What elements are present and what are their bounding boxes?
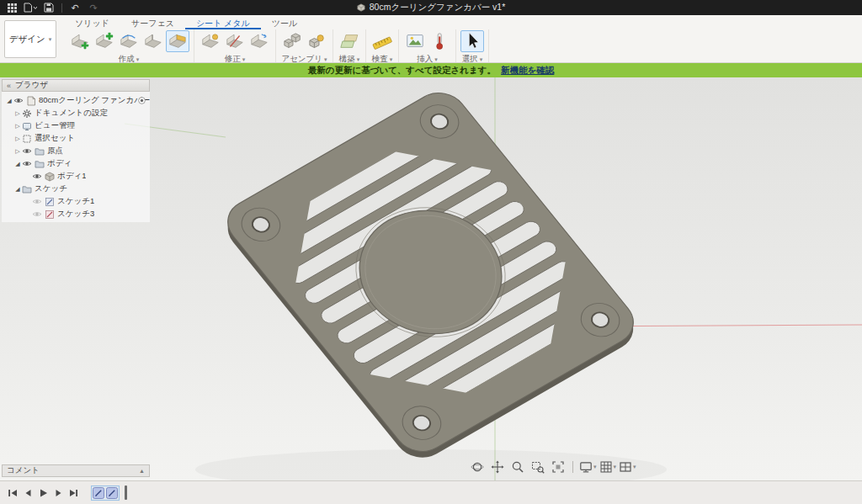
chevron-collapsed-icon[interactable]: ▷ <box>13 123 22 130</box>
tree-item-selection-sets[interactable]: ▷ 選択セット <box>2 132 150 145</box>
construction-plane-icon[interactable] <box>338 30 361 52</box>
tree-item-origin[interactable]: ▷ 原点 <box>2 145 150 157</box>
workspace-selector[interactable]: デザイン▾ <box>4 20 56 58</box>
select-dropdown[interactable]: 選択▾ <box>462 54 483 65</box>
viewport[interactable]: « ブラウザ ◢ 80cmクーリング ファンカバー v1 ▷ ドキュメントの設定… <box>0 77 862 480</box>
zoom-window-icon[interactable] <box>529 459 546 475</box>
toolbar-group-assembly: アセンブリ▾ <box>276 29 333 62</box>
titlebar: ↶ ↷ 80cmクーリングファンカバー v1* <box>0 0 862 15</box>
activate-radio-icon[interactable] <box>137 96 146 105</box>
display-settings-icon[interactable]: ▾ <box>579 460 597 474</box>
tab-surface[interactable]: サーフェス <box>120 15 185 29</box>
visibility-eye-icon[interactable] <box>22 160 32 167</box>
chevron-collapsed-icon[interactable]: ▷ <box>13 148 22 155</box>
tree-item-body1[interactable]: ボディ1 <box>2 170 150 183</box>
insert-dropdown[interactable]: 挿入▾ <box>417 54 438 65</box>
chevron-expanded-icon[interactable]: ◢ <box>5 98 13 104</box>
flange-add-icon[interactable] <box>93 30 116 52</box>
inspect-dropdown[interactable]: 検査▾ <box>372 54 393 65</box>
tree-item-view-management[interactable]: ▷ ビュー管理 <box>2 119 150 132</box>
tab-sheet-metal[interactable]: シート メタル <box>185 15 261 29</box>
flange-icon[interactable] <box>68 30 92 52</box>
titlebar-separator <box>61 3 62 13</box>
tree-item-bodies[interactable]: ◢ ボディ <box>2 157 150 170</box>
zoom-icon[interactable] <box>508 459 526 475</box>
comments-bar[interactable]: コメント ▲ <box>2 464 150 477</box>
insert-canvas-icon[interactable] <box>403 30 427 52</box>
collapse-browser-icon[interactable]: « <box>7 82 11 90</box>
joint-icon[interactable] <box>305 30 328 52</box>
folder-icon <box>35 159 45 169</box>
construct-dropdown[interactable]: 構築▾ <box>339 54 360 65</box>
undo-icon[interactable]: ↶ <box>67 1 83 14</box>
insert-decal-icon[interactable] <box>428 30 451 52</box>
chevron-down-icon: ▾ <box>633 464 636 470</box>
step-forward-icon[interactable] <box>51 485 65 500</box>
timeline-features <box>91 485 120 501</box>
modify-dropdown[interactable]: 修正▾ <box>225 54 246 65</box>
fit-view-icon[interactable] <box>549 459 567 475</box>
chevron-expanded-icon[interactable]: ◢ <box>13 186 22 193</box>
chevron-down-icon: ▾ <box>434 56 438 63</box>
model-cube-icon <box>357 3 365 12</box>
play-icon[interactable] <box>35 485 50 500</box>
grid-settings-icon[interactable]: ▾ <box>599 460 617 474</box>
rip-icon[interactable] <box>223 30 247 52</box>
visibility-eye-icon[interactable] <box>32 198 42 205</box>
chevron-collapsed-icon[interactable]: ▷ <box>13 110 22 117</box>
tree-item-sketch3[interactable]: スケッチ3 <box>2 208 150 220</box>
gear-icon <box>22 109 32 119</box>
whats-new-link[interactable]: 新機能を確認 <box>501 65 554 77</box>
sketch-icon <box>45 197 55 207</box>
visibility-eye-icon[interactable] <box>32 172 42 180</box>
named-views-icon <box>22 121 32 131</box>
sketch-feature-icon[interactable] <box>106 487 118 499</box>
viewports-icon[interactable]: ▾ <box>619 460 636 474</box>
navbar-separator <box>572 461 573 473</box>
file-menu-icon[interactable] <box>22 1 39 14</box>
chevron-down-icon: ▾ <box>593 464 597 470</box>
go-to-end-icon[interactable] <box>66 485 80 500</box>
chevron-expanded-icon[interactable]: ◢ <box>13 161 22 167</box>
tree-item-sketches[interactable]: ◢ スケッチ <box>2 183 150 195</box>
fold-icon[interactable] <box>141 30 165 52</box>
save-icon[interactable] <box>40 1 57 14</box>
tree-item-sketch1[interactable]: スケッチ1 <box>2 195 150 208</box>
new-component-icon[interactable] <box>280 30 304 52</box>
go-to-start-icon[interactable] <box>5 485 19 500</box>
create-dropdown[interactable]: 作成▾ <box>119 54 140 65</box>
tab-tools[interactable]: ツール <box>261 15 308 29</box>
measure-ruler-icon[interactable] <box>370 30 394 52</box>
convert-to-sheet-metal-icon[interactable] <box>166 30 189 52</box>
bend-icon[interactable] <box>117 30 141 52</box>
chevron-down-icon: ▾ <box>49 36 52 43</box>
fan-cover-model[interactable] <box>214 84 647 466</box>
visibility-eye-icon[interactable] <box>13 97 24 104</box>
visibility-eye-icon[interactable] <box>22 147 32 155</box>
expand-comments-icon[interactable]: ▲ <box>139 468 145 474</box>
tree-item-root[interactable]: ◢ 80cmクーリング ファンカバー v1 <box>2 94 150 107</box>
chevron-down-icon: ▾ <box>357 56 360 63</box>
tree-item-document-settings[interactable]: ▷ ドキュメントの設定 <box>2 107 150 119</box>
chevron-down-icon: ▾ <box>614 464 617 470</box>
toolbar-group-create: 作成▾ <box>64 29 194 62</box>
select-cursor-icon[interactable] <box>460 30 484 52</box>
selection-set-icon <box>22 134 32 144</box>
toolbar-icons: 作成▾ 修正▾ アセンブリ▾ 構築▾ <box>64 29 489 62</box>
chevron-collapsed-icon[interactable]: ▷ <box>13 135 22 142</box>
chevron-down-icon: ▾ <box>390 56 393 63</box>
tab-solid[interactable]: ソリッド <box>64 15 120 29</box>
step-back-icon[interactable] <box>20 485 35 500</box>
browser-tree: ◢ 80cmクーリング ファンカバー v1 ▷ ドキュメントの設定 ▷ ビュー管… <box>2 92 150 222</box>
pan-icon[interactable] <box>488 459 506 475</box>
modify-sheet-icon[interactable] <box>199 30 222 52</box>
timeline-position-marker[interactable] <box>125 485 127 500</box>
refold-icon[interactable] <box>247 30 271 52</box>
app-grid-icon[interactable] <box>3 1 20 14</box>
assembly-dropdown[interactable]: アセンブリ▾ <box>281 54 327 65</box>
orbit-icon[interactable] <box>468 459 486 475</box>
toolbar: デザイン▾ ソリッド サーフェス シート メタル ツール 作成▾ 修正▾ <box>0 15 862 63</box>
toolbar-group-insert: 挿入▾ <box>399 29 456 62</box>
visibility-eye-icon[interactable] <box>32 210 42 218</box>
sketch-feature-icon[interactable] <box>93 487 104 499</box>
